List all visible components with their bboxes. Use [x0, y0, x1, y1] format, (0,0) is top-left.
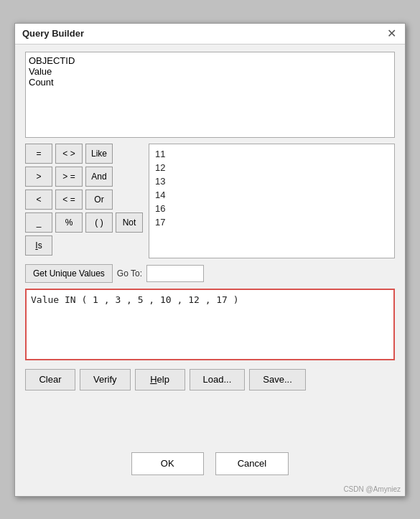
- clear-button[interactable]: Clear: [25, 369, 75, 391]
- op-row-2: > > = And: [25, 167, 143, 187]
- fields-list: OBJECTID Value Count: [26, 52, 394, 137]
- verify-button[interactable]: Verify: [80, 369, 131, 391]
- op-less[interactable]: <: [25, 190, 52, 210]
- ok-cancel-row: OK Cancel: [15, 445, 405, 485]
- op-equals[interactable]: =: [25, 144, 52, 164]
- op-is[interactable]: Is: [25, 235, 52, 256]
- op-not-equal[interactable]: < >: [55, 144, 83, 164]
- op-row-1: = < > Like: [25, 144, 143, 164]
- go-to-input[interactable]: [146, 265, 204, 282]
- op-less-equal[interactable]: < =: [55, 190, 83, 210]
- query-builder-dialog: Query Builder ✕ OBJECTID Value Count = <…: [14, 23, 406, 497]
- values-list: 11 12 13 14 16 17: [149, 144, 394, 258]
- dialog-title: Query Builder: [22, 28, 84, 39]
- op-row-4: _ % ( ) Not: [25, 212, 143, 233]
- value-item-11[interactable]: 11: [152, 147, 391, 161]
- value-item-17[interactable]: 17: [152, 215, 391, 229]
- op-row-is: Is: [25, 235, 143, 256]
- field-item-count[interactable]: Count: [29, 77, 391, 88]
- op-and[interactable]: And: [85, 167, 113, 187]
- title-bar: Query Builder ✕: [15, 24, 405, 45]
- get-unique-values-button[interactable]: Get Unique Values: [25, 264, 113, 283]
- op-or[interactable]: Or: [85, 190, 113, 210]
- values-wrapper: 11 12 13 14 16 17: [149, 144, 395, 258]
- help-button[interactable]: Help: [135, 369, 185, 391]
- cancel-button[interactable]: Cancel: [215, 452, 289, 475]
- unique-row: Get Unique Values Go To:: [25, 264, 395, 283]
- value-item-16[interactable]: 16: [152, 202, 391, 215]
- save-button[interactable]: Save...: [249, 369, 305, 391]
- dialog-body: OBJECTID Value Count = < > Like > > = An…: [15, 45, 405, 445]
- operators-values-row: = < > Like > > = And < < = Or _ % (: [25, 144, 395, 258]
- op-underscore[interactable]: _: [25, 212, 52, 233]
- value-item-13[interactable]: 13: [152, 174, 391, 188]
- fields-wrapper: OBJECTID Value Count: [25, 52, 395, 138]
- query-expression[interactable]: Value IN ( 1 , 3 , 5 , 10 , 12 , 17 ): [25, 289, 395, 360]
- op-greater-equal[interactable]: > =: [55, 167, 83, 187]
- op-not[interactable]: Not: [116, 212, 143, 233]
- action-buttons: Clear Verify Help Load... Save...: [25, 369, 395, 391]
- go-to-label: Go To:: [117, 268, 142, 279]
- op-row-3: < < = Or: [25, 190, 143, 210]
- ok-button[interactable]: OK: [131, 452, 204, 475]
- field-item-objectid[interactable]: OBJECTID: [29, 55, 391, 66]
- value-item-12[interactable]: 12: [152, 161, 391, 174]
- value-item-14[interactable]: 14: [152, 188, 391, 202]
- op-greater[interactable]: >: [25, 167, 52, 187]
- op-like[interactable]: Like: [85, 144, 113, 164]
- operators-section: = < > Like > > = And < < = Or _ % (: [25, 144, 143, 256]
- op-percent[interactable]: %: [55, 212, 83, 233]
- watermark: CSDN @Amyniez: [15, 485, 405, 496]
- op-parens[interactable]: ( ): [85, 212, 113, 233]
- field-item-value[interactable]: Value: [29, 66, 391, 77]
- load-button[interactable]: Load...: [190, 369, 246, 391]
- close-button[interactable]: ✕: [386, 28, 398, 39]
